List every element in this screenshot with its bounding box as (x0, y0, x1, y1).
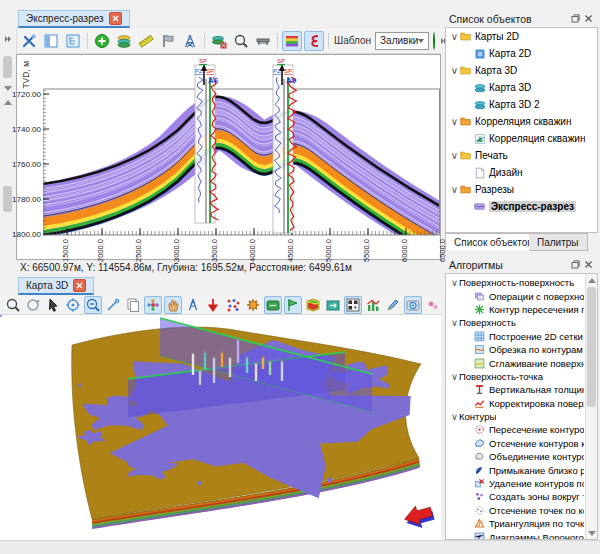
tree-item[interactable]: Диаграммы Вороного (446, 530, 584, 540)
red-arrow-icon[interactable] (204, 296, 222, 314)
tree-item[interactable]: Обрезка по контурам (446, 343, 584, 356)
color-map-icon[interactable] (304, 296, 322, 314)
tree-item[interactable]: Сглаживание поверхности (446, 356, 584, 369)
expander-icon[interactable]: ∨ (450, 317, 459, 328)
tab-map3d[interactable]: Карта 3D (18, 277, 94, 295)
tree-group[interactable]: ∨Карта 3D (446, 62, 597, 79)
tree-item[interactable]: Карта 3D (446, 79, 597, 96)
tree-item[interactable]: Построение 2D сетки (446, 330, 584, 343)
tree-group[interactable]: ∨Печать (446, 147, 597, 164)
expander-icon[interactable]: ∨ (450, 277, 459, 288)
float-panel-icon[interactable] (570, 13, 581, 24)
tree-view-icon[interactable] (63, 31, 83, 51)
pen-icon[interactable] (104, 296, 122, 314)
tree-group[interactable]: ∨Корреляция скважин (446, 113, 597, 130)
scroll-up-icon[interactable] (586, 274, 597, 286)
play-flag-icon[interactable] (284, 296, 302, 314)
panel-icon[interactable] (41, 31, 61, 51)
tree-item[interactable]: Карта 3D 2 (446, 96, 597, 113)
expander-icon[interactable]: ∨ (450, 371, 459, 382)
layers-icon[interactable] (114, 31, 134, 51)
zoom-icon[interactable] (231, 31, 251, 51)
tree-item[interactable]: Операции с поверхностями (446, 289, 584, 302)
zoom-icon[interactable] (4, 296, 22, 314)
tree-group[interactable]: ∨Разрезы (446, 181, 597, 198)
expand-chevron-icon[interactable] (5, 34, 12, 44)
camera-icon[interactable] (404, 296, 422, 314)
bench-icon[interactable] (253, 31, 273, 51)
tree-item[interactable]: Контур пересечения поверх... (446, 303, 584, 316)
tree-item[interactable]: Дизайн (446, 164, 597, 181)
float-panel-icon[interactable] (570, 259, 581, 270)
tab-express-section[interactable]: Экспресс-разрез (18, 10, 130, 28)
scroll-down-icon[interactable] (586, 527, 597, 539)
objects-tree[interactable]: ∨Карты 2DКарта 2D∨Карта 3DКарта 3DКарта … (445, 27, 598, 233)
section-plot-area[interactable]: TVD, м 1720.001740.001760.001780.001800.… (16, 54, 441, 260)
copy-icon[interactable] (124, 296, 142, 314)
tree-item[interactable]: Отсечение точек по контуру (446, 504, 584, 517)
tree-item[interactable]: Корреляция скважин (446, 130, 597, 147)
tree-item[interactable]: Объединение контуров (446, 450, 584, 463)
tree-group[interactable]: ∨Поверхность (446, 316, 584, 329)
orbit-icon[interactable] (24, 296, 42, 314)
tree-group[interactable]: ∨Контуры (446, 410, 584, 423)
flower-icon[interactable] (144, 296, 162, 314)
expander-icon[interactable]: ∨ (450, 184, 459, 195)
expander-icon[interactable]: ∨ (450, 116, 459, 127)
close-icon[interactable] (73, 279, 86, 292)
close-icon[interactable] (109, 12, 122, 25)
gear-icon[interactable] (244, 296, 262, 314)
qr-grid-icon[interactable] (344, 296, 362, 314)
tree-item[interactable]: Создать зоны вокруг точек (446, 490, 584, 503)
palette-icon[interactable] (282, 31, 302, 51)
tree-item[interactable]: Отсечение контуров контура... (446, 437, 584, 450)
pink-dots-icon[interactable] (424, 296, 442, 314)
tools-icon[interactable] (19, 31, 39, 51)
algorithms-tree[interactable]: ∨Поверхность-поверхностьОперации с повер… (445, 273, 598, 540)
panel-tab-objects[interactable]: Список объектов (445, 233, 542, 251)
y-axis-tick-label: 1800.00 (9, 230, 41, 239)
tree-item[interactable]: Вертикальная толщина (TVT) (446, 383, 584, 396)
expander-icon[interactable]: ∨ (450, 65, 459, 76)
add-icon[interactable] (92, 31, 112, 51)
zoom-area-icon[interactable] (84, 296, 102, 314)
apply-button[interactable] (433, 32, 435, 50)
curve-icon[interactable] (304, 31, 324, 51)
tree-item[interactable]: Триангуляция по точкам (446, 517, 584, 530)
tree-group[interactable]: ∨Поверхность-поверхность (446, 276, 584, 289)
tree-item[interactable]: Экспресс-разрез (446, 198, 597, 215)
tree-item[interactable]: Пересечение контуров (446, 423, 584, 436)
tree-item[interactable]: Примыкание близко распол... (446, 463, 584, 476)
close-panel-icon[interactable] (583, 259, 594, 270)
panel-tab-palettes[interactable]: Палитры (529, 233, 588, 251)
fill-template-select[interactable]: Заливки (375, 32, 429, 50)
derrick-icon[interactable] (180, 31, 200, 51)
tree-group[interactable]: ∨Поверхность-точка (446, 370, 584, 383)
map3d-view[interactable] (0, 315, 441, 540)
layers-delete-icon[interactable] (209, 31, 229, 51)
expander-icon[interactable]: ∨ (450, 411, 459, 422)
flag-icon[interactable] (158, 31, 178, 51)
pencil-icon[interactable] (384, 296, 402, 314)
expander-icon[interactable]: ∨ (450, 150, 459, 161)
scrollbar-thumb[interactable] (3, 56, 12, 78)
green-rect-icon[interactable] (264, 296, 282, 314)
tree-item[interactable]: Удаление контуров по велич... (446, 477, 584, 490)
scrollbar-thumb[interactable] (587, 287, 596, 407)
tree-group[interactable]: ∨Карты 2D (446, 28, 597, 45)
ruler-icon[interactable] (136, 31, 156, 51)
tree-item[interactable]: Карта 2D (446, 45, 597, 62)
expander-icon[interactable]: ∨ (450, 31, 459, 42)
target-icon[interactable] (64, 296, 82, 314)
tree-item[interactable]: Корректировка поверхности (446, 397, 584, 410)
chart-icon[interactable] (364, 296, 382, 314)
teal-rect-icon[interactable] (324, 296, 342, 314)
scroll-up-icon[interactable] (4, 100, 12, 105)
cursor-icon[interactable] (44, 296, 62, 314)
close-panel-icon[interactable] (583, 13, 594, 24)
algorithms-scrollbar[interactable] (585, 274, 597, 539)
collapsed-panel-strip[interactable] (0, 28, 17, 260)
hand-icon[interactable] (164, 296, 182, 314)
points-icon[interactable] (224, 296, 242, 314)
well-icon[interactable] (184, 296, 202, 314)
